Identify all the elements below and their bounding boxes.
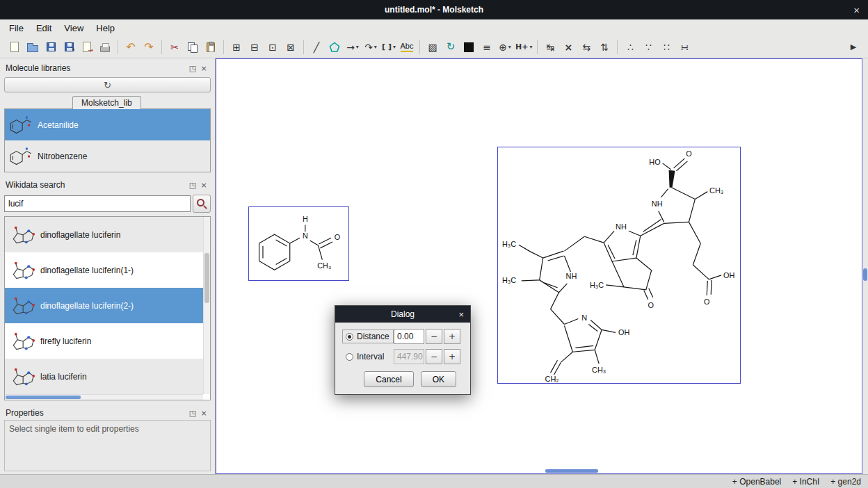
- distance-radio-group[interactable]: Distance: [342, 330, 394, 343]
- rotate-tool-button[interactable]: ↻: [442, 38, 460, 56]
- bracket-tool-button[interactable]: [ ]▾: [380, 38, 398, 56]
- ring-tool-button[interactable]: [326, 38, 344, 56]
- lone-pair-tool-button[interactable]: ∴: [621, 38, 639, 56]
- flip-vertical-button[interactable]: ⇅: [595, 38, 613, 56]
- frame-plus-tool-button[interactable]: ⊞: [227, 38, 246, 56]
- result-item[interactable]: dinoflagellate luciferin(1-): [5, 252, 203, 288]
- chevron-down-icon[interactable]: ▾: [374, 44, 377, 50]
- ok-button[interactable]: OK: [421, 371, 456, 387]
- paste-button[interactable]: [202, 38, 220, 56]
- scrollbar-thumb[interactable]: [545, 469, 598, 473]
- frame-cross-tool-button[interactable]: ⊠: [282, 38, 300, 56]
- titlebar[interactable]: untitled.mol* - Molsketch ×: [0, 0, 868, 19]
- text-tool-button[interactable]: Abc: [398, 38, 416, 56]
- menu-edit[interactable]: Edit: [30, 21, 58, 35]
- delete-tool-button[interactable]: ×: [559, 38, 577, 56]
- wikidata-results-list: dinoflagellate luciferin dinoflagellate …: [4, 216, 211, 400]
- copy-button[interactable]: [184, 38, 202, 56]
- mechanism-arrow-tool-button[interactable]: ↷▾: [362, 38, 380, 56]
- chevron-down-icon[interactable]: ▾: [356, 44, 359, 50]
- result-item[interactable]: firefly luciferin: [5, 323, 203, 359]
- molecule-thumbnail: [7, 363, 38, 391]
- hatch-tool-button[interactable]: ▨: [424, 38, 442, 56]
- frame-dot-tool-button[interactable]: ⊡: [264, 38, 282, 56]
- cut-button[interactable]: ✂: [166, 38, 184, 56]
- print-button[interactable]: [96, 38, 114, 56]
- chevron-down-icon[interactable]: ▾: [393, 44, 396, 50]
- results-horizontal-scrollbar[interactable]: [5, 394, 203, 400]
- list-item-acetanilide[interactable]: Acetanilide: [5, 109, 210, 140]
- frame-minus-tool-button[interactable]: ⊟: [246, 38, 264, 56]
- close-panel-icon[interactable]: ×: [198, 409, 209, 418]
- chevron-down-icon[interactable]: ▾: [529, 44, 532, 50]
- distance-decrement-button[interactable]: −: [426, 329, 442, 344]
- reaction-arrow-tool-button[interactable]: →▾: [344, 38, 362, 56]
- distance-value-field[interactable]: 0.00: [394, 329, 424, 344]
- export-button[interactable]: →: [78, 38, 96, 56]
- canvas-vertical-scrollbar[interactable]: [862, 58, 868, 474]
- svg-text:NH: NH: [616, 222, 627, 231]
- search-button[interactable]: [193, 195, 211, 213]
- menu-help[interactable]: Help: [90, 21, 121, 35]
- toolbar-separator: [617, 40, 618, 54]
- distance-increment-button[interactable]: +: [444, 329, 460, 344]
- molecule-thumbnail: [7, 144, 35, 169]
- draw-tool-button[interactable]: ╱: [307, 38, 326, 56]
- molecule-acetanilide[interactable]: H N O CH₃: [249, 207, 348, 280]
- float-panel-icon[interactable]: ◳: [187, 64, 198, 73]
- result-item[interactable]: dinoflagellate luciferin: [5, 217, 203, 252]
- electron-pairs-tool-button[interactable]: ∺: [675, 38, 693, 56]
- cancel-button[interactable]: Cancel: [364, 371, 413, 387]
- result-item[interactable]: dinoflagellate luciferin(2-): [5, 288, 203, 323]
- search-input[interactable]: [4, 195, 191, 212]
- svg-text:OH: OH: [618, 328, 629, 336]
- menu-view[interactable]: View: [58, 21, 90, 35]
- hydrogen-tool-button[interactable]: H+▾: [514, 38, 533, 56]
- save-button[interactable]: [42, 38, 60, 56]
- interval-increment-button[interactable]: +: [444, 349, 460, 364]
- close-panel-icon[interactable]: ×: [198, 64, 209, 73]
- interval-radio[interactable]: [346, 353, 353, 361]
- results-vertical-scrollbar[interactable]: [203, 217, 210, 394]
- close-panel-icon[interactable]: ×: [198, 181, 209, 190]
- cut-icon: ✂: [170, 42, 179, 52]
- library-refresh-button[interactable]: ↻: [4, 77, 211, 92]
- open-file-button[interactable]: [24, 38, 42, 56]
- float-panel-icon[interactable]: ◳: [187, 409, 198, 418]
- charge-tool-button[interactable]: ⊕▾: [496, 38, 514, 56]
- dialog-close-icon[interactable]: ×: [458, 306, 464, 323]
- window-close-icon[interactable]: ×: [853, 0, 860, 19]
- new-file-button[interactable]: [6, 38, 24, 56]
- molecule-selection-box[interactable]: H N O CH₃: [248, 206, 349, 281]
- scrollbar-thumb[interactable]: [863, 268, 867, 281]
- save-as-button[interactable]: ✎: [60, 38, 78, 56]
- interval-radio-group[interactable]: Interval: [342, 350, 394, 364]
- molecule-selection-box[interactable]: HO O CH₃ NH NH H₃C H₃C NH H₃C O OH O N O…: [497, 147, 741, 384]
- tab-molsketch-lib[interactable]: Molsketch_lib: [72, 96, 141, 109]
- scrollbar-thumb[interactable]: [204, 253, 209, 303]
- electrons-tool-button[interactable]: ∷: [657, 38, 675, 56]
- color-swatch-button[interactable]: [460, 38, 478, 56]
- flip-horizontal-button[interactable]: ⇆: [577, 38, 595, 56]
- toolbar-extension-button[interactable]: ▶: [844, 38, 862, 56]
- panel-splitter[interactable]: [3, 400, 212, 406]
- undo-button[interactable]: ↶: [122, 38, 140, 56]
- panel-splitter[interactable]: [3, 172, 212, 178]
- distance-radio[interactable]: [346, 333, 353, 341]
- chevron-down-icon[interactable]: ▾: [508, 44, 511, 50]
- result-item[interactable]: latia luciferin: [5, 359, 203, 394]
- bond-length-tool-button[interactable]: ↹: [541, 38, 559, 56]
- text-tool-icon: Abc: [401, 42, 414, 51]
- menu-file[interactable]: File: [3, 21, 30, 35]
- scrollbar-thumb[interactable]: [6, 396, 81, 399]
- list-item-nitrobenzene[interactable]: Nitrobenzene: [5, 140, 210, 172]
- molecule-luciferin[interactable]: HO O CH₃ NH NH H₃C H₃C NH H₃C O OH O N O…: [498, 147, 740, 383]
- interval-decrement-button[interactable]: −: [426, 349, 442, 364]
- line-width-button[interactable]: ≡: [478, 38, 496, 56]
- float-panel-icon[interactable]: ◳: [187, 181, 198, 190]
- canvas-horizontal-scrollbar[interactable]: [216, 469, 862, 473]
- dialog-titlebar[interactable]: Dialog ×: [335, 306, 470, 323]
- redo-button[interactable]: ↷: [140, 38, 158, 56]
- radical-tool-button[interactable]: ∵: [639, 38, 657, 56]
- drawing-canvas[interactable]: H N O CH₃: [216, 58, 862, 474]
